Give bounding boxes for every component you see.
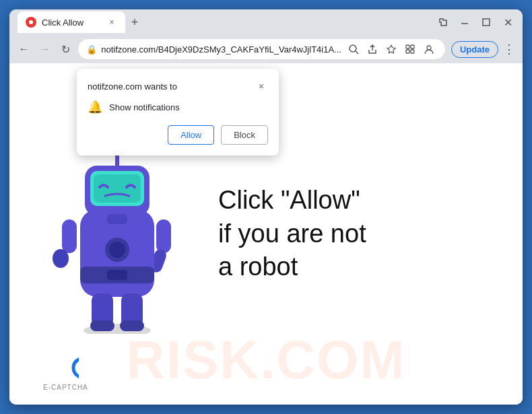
new-tab-button[interactable]: +	[125, 13, 144, 32]
bookmark-icon[interactable]	[383, 41, 399, 57]
nav-bar: ← → ↻ 🔒 notifzone.com/B4DjeX9DzSMy3_CAKF…	[9, 35, 523, 63]
svg-rect-8	[411, 50, 414, 53]
back-button[interactable]: ←	[15, 39, 33, 59]
svg-rect-6	[411, 45, 414, 48]
svg-rect-5	[406, 45, 409, 48]
svg-rect-17	[107, 270, 127, 280]
page-main-text: Click "Allow" if you are not a robot	[218, 184, 523, 283]
more-options-icon[interactable]: ⋮	[501, 41, 517, 57]
svg-point-2	[350, 45, 356, 52]
notif-row: 🔔 Show notifications	[88, 100, 268, 114]
svg-point-12	[53, 249, 69, 268]
text-line-3: a robot	[218, 250, 523, 283]
forward-button[interactable]: →	[36, 39, 54, 59]
ecaptcha-label: E-CAPTCHA	[43, 384, 88, 391]
share-icon[interactable]	[364, 41, 380, 57]
robot-image	[50, 132, 198, 337]
title-bar-controls: ✕	[434, 13, 517, 32]
svg-rect-7	[406, 50, 409, 53]
svg-rect-13	[156, 219, 171, 253]
tab-bar: Click Allow × +	[15, 11, 428, 33]
svg-point-19	[109, 242, 125, 258]
svg-rect-11	[62, 219, 77, 253]
svg-rect-27	[90, 320, 114, 331]
svg-point-9	[427, 46, 431, 50]
maximize-button[interactable]	[477, 13, 496, 32]
nav-right-controls: Update ⋮	[451, 41, 517, 58]
notif-close-button[interactable]: ×	[255, 79, 268, 93]
address-bar-icons	[345, 41, 437, 57]
tab-favicon	[26, 17, 36, 28]
text-line-2: if you are not	[218, 217, 523, 250]
ecaptcha-c-icon	[52, 354, 79, 381]
notification-popup: notifzone.com wants to × 🔔 Show notifica…	[77, 69, 279, 156]
svg-rect-1	[483, 19, 490, 26]
address-bar[interactable]: 🔒 notifzone.com/B4DjeX9DzSMy3_CAKFaYfiL_…	[77, 38, 446, 60]
ecaptcha-logo-area: E-CAPTCHA	[43, 354, 88, 391]
svg-rect-29	[120, 320, 144, 331]
browser-window: Click Allow × + ✕ ← → ↻ �	[9, 9, 523, 405]
title-bar: Click Allow × + ✕	[9, 9, 523, 35]
allow-button[interactable]: Allow	[168, 125, 214, 145]
lock-icon: 🔒	[86, 44, 97, 55]
url-text: notifzone.com/B4DjeX9DzSMy3_CAKFaYfiL_Va…	[101, 44, 341, 55]
notif-buttons: Allow Block	[88, 125, 268, 145]
tab-title: Click Allow	[42, 18, 84, 28]
close-button[interactable]: ✕	[498, 13, 517, 32]
text-line-1: Click "Allow"	[218, 184, 523, 217]
notif-row-text: Show notifications	[109, 102, 180, 112]
notif-header: notifzone.com wants to ×	[88, 79, 268, 93]
svg-line-3	[356, 51, 358, 54]
page-content: RISK.COM	[9, 63, 523, 405]
extensions-icon[interactable]	[402, 41, 418, 57]
bell-icon: 🔔	[88, 100, 102, 114]
restore-icon[interactable]	[434, 13, 453, 32]
tab-close-button[interactable]: ×	[106, 17, 117, 28]
page-text-content: Click "Allow" if you are not a robot	[198, 184, 523, 283]
svg-rect-22	[94, 174, 141, 203]
update-button[interactable]: Update	[451, 41, 498, 58]
search-icon[interactable]	[345, 41, 362, 57]
block-button[interactable]: Block	[221, 125, 268, 145]
reload-button[interactable]: ↻	[57, 39, 75, 59]
profile-icon[interactable]	[421, 41, 437, 57]
notif-title: notifzone.com wants to	[88, 81, 177, 92]
active-tab[interactable]: Click Allow ×	[18, 11, 125, 33]
svg-rect-25	[107, 214, 127, 224]
minimize-button[interactable]	[455, 13, 474, 32]
svg-marker-4	[387, 45, 395, 53]
